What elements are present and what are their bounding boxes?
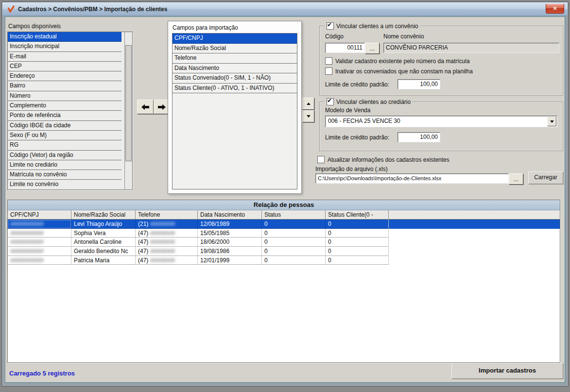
check-icon: ✔ [327,21,332,28]
validar-row: Validar cadastro existente pelo número d… [325,57,470,65]
list-item[interactable]: Sexo (F ou M) [8,131,121,140]
list-item[interactable]: Limite no crediário [8,160,121,170]
table-row[interactable]: ############ Patricia Maria (47) #######… [8,256,560,265]
list-item[interactable]: Complemento [8,101,121,111]
codigo-label: Código [325,33,344,40]
column-header[interactable]: Data Nascimento [198,210,262,219]
list-item[interactable]: Endereço [8,71,121,81]
list-item[interactable]: Status Conveniado(0 - SIM, 1 - NÃO) [173,73,297,84]
list-item[interactable]: Nome/Razão Social [173,44,297,54]
column-header[interactable]: Status Cliente(0 - [326,210,389,219]
ellipsis-icon: ... [514,176,518,183]
list-item[interactable]: Inscrição estadual [8,32,121,42]
table-row[interactable]: ############ Levi Thiago Araújo (21) ###… [8,220,560,229]
nome-convenio-label: Nome convênio [383,33,424,40]
cell-phone-ddd: (21) [138,221,150,227]
cell-phone-ddd: (47) [138,248,150,255]
nome-convenio-input[interactable]: CONVÊNIO PARCERIA [383,43,559,53]
crediario-group-title: Vincular clientes ao crediário [336,99,411,105]
list-item[interactable]: Limite no convênio [8,180,121,189]
list-item[interactable]: Matrícula no convênio [8,170,121,180]
list-item[interactable]: RG [8,140,121,150]
redacted-cpf: ############ [10,230,43,237]
limite-credito-input[interactable]: 100,00 [397,132,440,142]
cell-nascimento: 19/08/1986 [198,247,262,256]
column-header[interactable]: Nome/Razão Social [71,210,136,219]
column-header[interactable]: Status [262,210,326,219]
importar-cadastros-button[interactable]: Importar cadastros [451,363,563,379]
table-row[interactable]: ############ Sophia Vera (47) ######### … [8,229,560,238]
list-item[interactable]: E-mail [8,52,121,62]
redacted-cpf: ############ [10,221,43,227]
cell-phone-ddd: (47) [138,230,150,237]
crediario-checkbox[interactable]: ✔ [327,98,334,105]
title-bar: Cadastros > Convênios/PBM > Importação d… [2,2,568,16]
move-up-button[interactable] [302,98,314,110]
limite-credito-input[interactable]: 100,00 [397,79,440,89]
list-empty-area [173,93,297,189]
window-title: Cadastros > Convênios/PBM > Importação d… [18,6,167,13]
cell-nascimento: 15/05/1985 [198,229,262,238]
cell-status: 0 [262,256,326,265]
validar-checkbox[interactable] [325,57,332,65]
dialog-window: Cadastros > Convênios/PBM > Importação d… [1,1,569,387]
list-item[interactable]: Ponto de referência [8,111,121,120]
cell-status-cliente: 0 [326,256,389,265]
close-button[interactable]: ✕ [546,4,564,14]
cell-nascimento: 18/06/2000 [198,238,262,247]
list-item[interactable]: Número [8,91,121,101]
redacted-phone: ######### [150,257,175,264]
arquivo-browse-button[interactable]: ... [509,173,523,185]
cell-phone-ddd: (47) [138,239,150,245]
atualizar-checkbox[interactable] [317,156,325,163]
import-fields-label: Campos para importação [173,24,238,31]
check-icon: ✔ [327,97,332,104]
validar-label: Validar cadastro existente pelo número d… [335,58,470,65]
modelo-venda-label: Modelo de Venda [325,107,370,114]
cell-nome: Levi Thiago Araújo [71,220,136,229]
available-fields-label: Campos disponíveis [8,23,61,30]
close-icon: ✕ [553,5,557,11]
list-item[interactable]: Código IBGE da cidade [8,121,121,131]
arquivo-path-input[interactable]: C:\Users\pc\Downloads\Importação-de-Clie… [315,173,509,184]
redacted-cpf: ############ [10,257,43,264]
list-item[interactable]: Telefone [173,53,297,64]
arrow-right-icon [158,104,166,110]
cell-nome: Sophia Vera [71,229,136,238]
cell-nascimento: 12/08/1989 [198,220,262,229]
modelo-venda-dropdown[interactable]: 006 - FECHA 25 VENCE 30 [325,116,557,127]
crediario-groupbox: ✔ Vincular clientes ao crediário Modelo … [319,102,563,151]
table-row[interactable]: ############ Geraldo Benedito Nc (47) ##… [8,247,560,256]
convenio-checkbox[interactable]: ✔ [327,22,334,30]
table-row[interactable]: ############ Antonella Caroline (47) ###… [8,238,560,247]
inativar-label: Inativar os conveniados que não constam … [335,68,473,75]
redacted-phone: ######### [150,248,175,255]
list-item[interactable]: CEP [8,62,121,71]
move-left-button[interactable] [137,100,154,114]
atualizar-label: Atualizar informações dos cadastros exis… [328,156,449,163]
carregar-button[interactable]: Carregar [528,171,563,184]
list-item[interactable]: CPF/CNPJ [173,34,297,44]
list-item[interactable]: Inscrição municipal [8,42,121,51]
cell-status: 0 [262,229,326,238]
loaded-records-status: Carregado 5 registros [9,370,75,377]
column-header[interactable]: Telefone [136,210,198,219]
scrollbar-thumb[interactable] [125,45,132,161]
inativar-checkbox[interactable] [325,68,332,75]
arquivo-label: Importação do arquivo (.xls) [315,166,388,172]
list-item[interactable]: Bairro [8,81,121,91]
list-item[interactable]: Status Cliente(0 - ATIVO, 1 - INATIVO) [173,84,297,94]
redacted-cpf: ############ [10,239,43,245]
move-down-button[interactable] [302,110,314,122]
convenio-group-title: Vincular clientes a um convênio [336,23,418,30]
codigo-browse-button[interactable]: ... [365,43,380,54]
column-header[interactable]: CPF/CNPJ [8,210,71,219]
list-item[interactable]: Código (Vetor) da região [8,151,121,160]
dropdown-button[interactable] [547,117,556,126]
codigo-input[interactable]: 00111 [325,43,365,53]
redacted-phone: ######### [150,221,175,227]
cell-phone-ddd: (47) [138,257,150,264]
list-item[interactable]: Data Nascimento [173,64,297,74]
cell-status-cliente: 0 [326,238,389,247]
vertical-scrollbar[interactable] [124,32,132,189]
